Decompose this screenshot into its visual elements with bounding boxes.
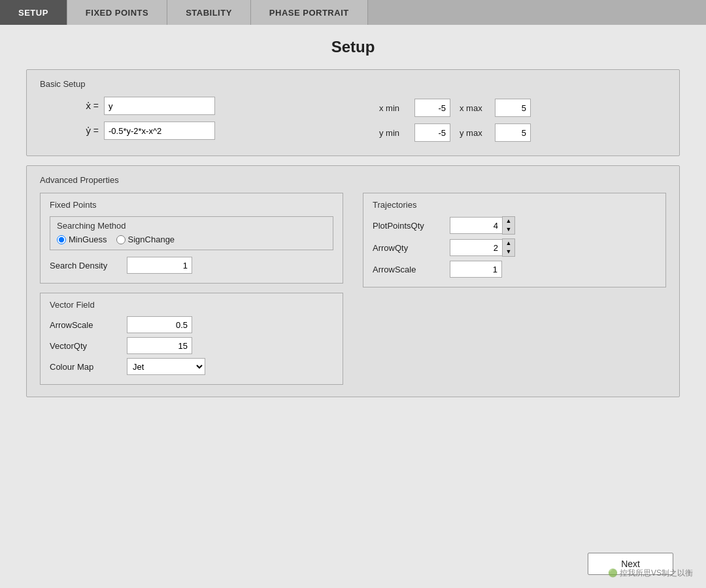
xdot-label: ẋ = <box>79 101 99 111</box>
search-density-row: Search Density <box>50 257 333 274</box>
basic-setup-section: Basic Setup ẋ = ẏ = x min <box>26 69 680 156</box>
vector-field-subtitle: Vector Field <box>50 300 333 310</box>
page-title: Setup <box>26 38 680 56</box>
colourmap-label: Colour Map <box>50 362 122 372</box>
plotpointsqty-spinner: ▲ ▼ <box>450 216 515 235</box>
searching-method-box: Searching Method MinGuess SignChange <box>50 216 333 250</box>
wechat-icon: 🟢 <box>608 568 618 578</box>
ydot-input[interactable] <box>104 122 215 140</box>
vectorqty-input[interactable] <box>127 337 192 354</box>
bottom-bar: Next <box>26 553 680 575</box>
arrowqty-label: ArrowQty <box>373 243 445 253</box>
colourmap-row: Colour Map Jet HSV Hot Cool Parula <box>50 358 333 375</box>
plotpointsqty-row: PlotPointsQty ▲ ▼ <box>373 216 656 235</box>
plotpointsqty-label: PlotPointsQty <box>373 221 445 231</box>
range-panel: x min x max y min y max <box>327 99 666 142</box>
searching-method-title: Searching Method <box>57 221 326 231</box>
basic-setup-inner: ẋ = ẏ = x min x max <box>40 97 666 144</box>
xmin-label: x min <box>379 103 405 113</box>
ymax-label: y max <box>460 128 486 138</box>
vf-arrowscale-label: ArrowScale <box>50 320 122 330</box>
arrowqty-spinner-btns: ▲ ▼ <box>502 238 515 257</box>
signchange-radio-label[interactable]: SignChange <box>116 235 175 244</box>
arrowqty-row: ArrowQty ▲ ▼ <box>373 238 656 257</box>
ydot-label: ẏ = <box>79 125 99 136</box>
xdot-input[interactable] <box>104 97 215 115</box>
xmin-input[interactable] <box>414 99 450 117</box>
plotpointsqty-spinner-btns: ▲ ▼ <box>502 216 515 235</box>
trajectories-subsection: Trajectories PlotPointsQty ▲ ▼ <box>363 193 666 287</box>
watermark: 🟢 控我所思VS制之以衡 <box>608 568 693 579</box>
vector-field-subsection: Vector Field ArrowScale VectorQty Colour… <box>40 293 343 385</box>
radio-row: MinGuess SignChange <box>57 235 326 244</box>
arrowqty-input[interactable] <box>450 239 502 256</box>
vf-arrowscale-row: ArrowScale <box>50 316 333 333</box>
advanced-grid: Fixed Points Searching Method MinGuess S… <box>40 193 666 385</box>
traj-arrowscale-row: ArrowScale <box>373 261 656 278</box>
xdot-row: ẋ = <box>79 97 327 115</box>
search-density-input[interactable] <box>127 257 192 274</box>
equations-grid: ẋ = ẏ = <box>40 97 327 144</box>
adv-right-col: Trajectories PlotPointsQty ▲ ▼ <box>363 193 666 385</box>
trajectories-subtitle: Trajectories <box>373 200 656 210</box>
basic-setup-title: Basic Setup <box>40 79 666 89</box>
main-content: Setup Basic Setup ẋ = ẏ = <box>0 25 706 588</box>
vectorqty-row: VectorQty <box>50 337 333 354</box>
arrowqty-down[interactable]: ▼ <box>503 248 514 256</box>
ymin-input[interactable] <box>414 123 450 142</box>
colourmap-select[interactable]: Jet HSV Hot Cool Parula <box>127 358 205 375</box>
minguess-label: MinGuess <box>69 235 107 244</box>
fixed-points-subtitle: Fixed Points <box>50 200 333 210</box>
traj-arrowscale-input[interactable] <box>450 261 502 278</box>
adv-left-col: Fixed Points Searching Method MinGuess S… <box>40 193 343 385</box>
arrowqty-spinner: ▲ ▼ <box>450 238 515 257</box>
advanced-title: Advanced Properties <box>40 175 666 185</box>
watermark-text: 控我所思VS制之以衡 <box>620 568 693 578</box>
tab-phase-portrait[interactable]: PHASE PORTRAIT <box>251 0 368 25</box>
tab-bar: SETUP FIXED POINTS STABILITY PHASE PORTR… <box>0 0 706 25</box>
equations-panel: ẋ = ẏ = <box>40 97 327 144</box>
vf-arrowscale-input[interactable] <box>127 316 192 333</box>
minguess-radio[interactable] <box>57 235 66 244</box>
ymax-input[interactable] <box>495 123 531 142</box>
signchange-label: SignChange <box>128 235 175 244</box>
traj-arrowscale-label: ArrowScale <box>373 265 445 274</box>
arrowqty-up[interactable]: ▲ <box>503 239 514 248</box>
advanced-section: Advanced Properties Fixed Points Searchi… <box>26 165 680 397</box>
search-density-label: Search Density <box>50 261 122 270</box>
minguess-radio-label[interactable]: MinGuess <box>57 235 107 244</box>
x-range-row: x min x max <box>379 99 666 117</box>
fixed-points-subsection: Fixed Points Searching Method MinGuess S… <box>40 193 343 284</box>
xmax-input[interactable] <box>495 99 531 117</box>
tab-setup[interactable]: SETUP <box>0 0 67 25</box>
tab-stability[interactable]: STABILITY <box>167 0 251 25</box>
vectorqty-label: VectorQty <box>50 341 122 351</box>
plotpointsqty-down[interactable]: ▼ <box>503 225 514 234</box>
tab-fixed-points[interactable]: FIXED POINTS <box>67 0 167 25</box>
plotpointsqty-up[interactable]: ▲ <box>503 217 514 225</box>
ydot-row: ẏ = <box>79 122 327 140</box>
plotpointsqty-input[interactable] <box>450 217 502 234</box>
signchange-radio[interactable] <box>116 235 126 244</box>
y-range-row: y min y max <box>379 123 666 142</box>
ymin-label: y min <box>379 128 405 138</box>
xmax-label: x max <box>460 103 486 113</box>
